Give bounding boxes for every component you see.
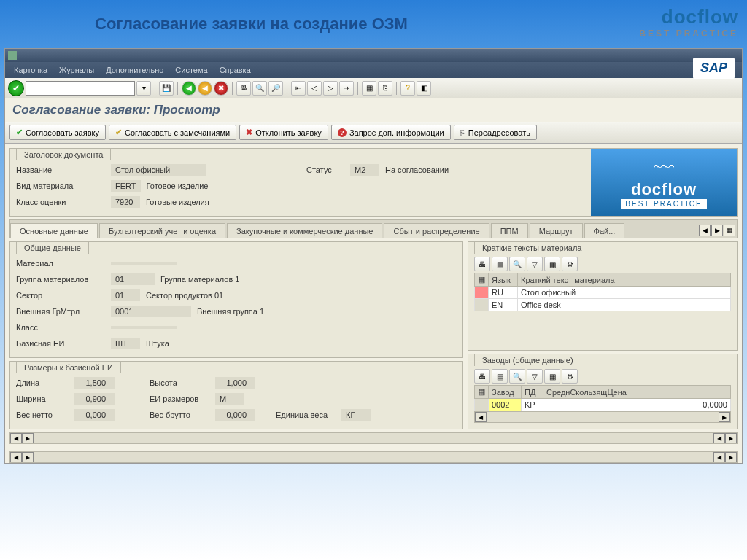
tab-content-hscroll[interactable]: ◀ ▶ ◀ ▶ [9,432,738,444]
tab-ppm[interactable]: ППМ [491,223,528,238]
last-page-icon[interactable]: ⇥ [339,81,354,96]
find-icon[interactable]: 🔍 [509,369,525,384]
menu-system[interactable]: Система [169,66,213,74]
dimunit-label: ЕИ размеров [150,394,215,403]
scroll-right-icon[interactable]: ▶ [719,412,730,422]
valclass-code: 7920 [111,196,140,208]
check-yellow-icon [115,128,122,137]
sap-logo: SAP [693,58,735,79]
status-label: Статус [306,166,350,174]
cancel-icon[interactable]: ✖ [214,81,228,96]
length-value: 1,500 [74,377,115,389]
general-group: Общие данные Материал Группа материалов0… [9,241,463,358]
find-icon[interactable]: 🔍 [252,81,267,96]
print-icon[interactable]: 🖶 [474,257,490,271]
menu-additional[interactable]: Дополнительно [100,66,169,74]
enter-icon[interactable]: ✔ [8,80,24,96]
window-hscroll[interactable]: ◀ ▶ ◀ ▶ [9,451,738,463]
tab-file[interactable]: Фай... [584,223,625,238]
find-icon[interactable]: 🔍 [509,257,525,271]
exit-icon[interactable]: ◀ [198,81,212,96]
class-value [111,326,177,329]
tab-scroll-left-icon[interactable]: ◀ [699,225,711,236]
next-page-icon[interactable]: ▷ [323,81,338,96]
plants-toolbar: 🖶 ▤ 🔍 ▽ ▦ ⚙ [474,368,731,385]
print-icon[interactable]: 🖶 [474,369,490,384]
scroll-left-icon[interactable]: ◀ [475,412,487,422]
tab-accounting[interactable]: Бухгалтерский учет и оценка [99,223,225,238]
scroll-right-end-icon[interactable]: ▶ [725,452,737,462]
shorttext-toolbar: 🖶 ▤ 🔍 ▽ ▦ ⚙ [474,255,731,273]
status-text: На согласовании [385,166,449,174]
shortcut-icon[interactable]: ⎘ [378,81,392,96]
tabstrip: Основные данные Бухгалтерский учет и оце… [9,219,738,238]
layout-icon[interactable]: ▦ [544,369,560,384]
baseunit-code: ШТ [111,338,140,349]
sap-system-toolbar: ✔ ▾ 💾 ◀ ◀ ✖ 🖶 🔍 🔎 ⇤ ◁ ▷ ⇥ ▦ ⎘ ? ◧ [5,78,742,98]
row-selector-header[interactable]: ▦ [475,273,489,287]
dropdown-icon[interactable]: ▾ [136,81,151,96]
layout-icon[interactable]: ▦ [544,257,560,271]
net-value: 0,000 [74,409,115,421]
scroll-right-icon[interactable]: ▶ [22,452,34,462]
print-icon[interactable]: 🖶 [236,81,251,96]
weightunit-value: КГ [341,409,371,421]
col-lang[interactable]: Язык [489,273,518,287]
new-session-icon[interactable]: ▦ [362,81,376,96]
class-label: Класс [16,323,111,332]
plants-hscroll[interactable]: ◀ ▶ [474,411,731,423]
reject-button[interactable]: Отклонить заявку [239,125,328,140]
tab-sales[interactable]: Сбыт и распределение [384,223,489,238]
first-page-icon[interactable]: ⇤ [291,81,306,96]
tab-basic-data[interactable]: Основные данные [10,223,98,238]
menu-journals[interactable]: Журналы [53,66,100,74]
sap-menubar: Карточка Журналы Дополнительно Система С… [5,62,742,78]
table-row[interactable]: 0002KP0,0000 [475,399,731,411]
shorttext-group-title: Краткие тексты материала [474,241,589,254]
filter-icon[interactable]: ▽ [527,257,543,271]
scroll-left-icon[interactable]: ◀ [10,452,22,462]
filter-icon[interactable]: ▽ [527,369,543,384]
tab-scroll-right-icon[interactable]: ▶ [711,225,723,236]
window-icon [8,51,17,60]
extgroup-text: Внешняя группа 1 [197,307,264,316]
layout-icon[interactable]: ◧ [417,81,431,96]
scroll-right-icon[interactable]: ▶ [22,433,34,443]
menu-card[interactable]: Карточка [8,66,53,74]
forward-button[interactable]: Переадресовать [454,125,537,140]
save-icon[interactable]: 💾 [159,81,174,96]
prev-page-icon[interactable]: ◁ [307,81,322,96]
sector-label: Сектор [16,291,111,300]
settings-icon[interactable]: ⚙ [562,369,578,384]
sap-window: Карточка Журналы Дополнительно Система С… [4,48,743,464]
col-pd[interactable]: ПД [522,386,543,399]
scroll-left-end-icon[interactable]: ◀ [713,433,725,443]
table-row[interactable]: ENOffice desk [475,299,731,311]
tab-route[interactable]: Маршрут [530,223,583,238]
settings-icon[interactable]: ⚙ [562,257,578,271]
col-price[interactable]: СреднСкользящЦена [543,386,731,399]
col-plant[interactable]: Завод [489,386,522,399]
scroll-left-end-icon[interactable]: ◀ [713,452,725,462]
header-group-title: Заголовок документа [16,148,111,160]
export-icon[interactable]: ▤ [492,369,508,384]
table-row[interactable]: RUСтол офисный [475,287,731,299]
sector-code: 01 [111,289,140,301]
plants-table: ▦ЗаводПДСреднСкользящЦена 0002KP0,0000 [474,385,731,411]
menu-help[interactable]: Справка [214,66,257,74]
request-info-button[interactable]: Запрос доп. информации [331,125,451,140]
approve-button[interactable]: Согласовать заявку [9,125,106,140]
tab-purchasing[interactable]: Закупочные и коммерческие данные [227,223,382,238]
help-icon[interactable]: ? [400,81,415,96]
height-label: Высота [150,378,215,387]
export-icon[interactable]: ▤ [492,257,508,271]
col-text[interactable]: Краткий текст материала [518,273,731,287]
scroll-left-icon[interactable]: ◀ [10,433,22,443]
find-next-icon[interactable]: 🔎 [268,81,283,96]
back-icon[interactable]: ◀ [182,81,196,96]
scroll-right-end-icon[interactable]: ▶ [725,433,737,443]
approve-notes-button[interactable]: Согласовать с замечаниями [109,125,236,140]
tab-list-icon[interactable]: ▦ [724,225,735,236]
command-field[interactable] [26,81,135,96]
row-selector-header[interactable]: ▦ [475,386,489,399]
